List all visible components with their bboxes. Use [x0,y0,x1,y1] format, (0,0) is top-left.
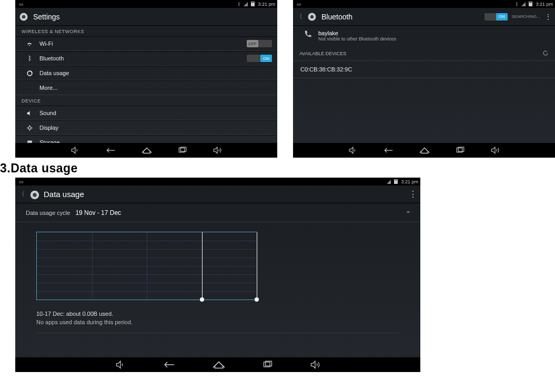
phone-icon [304,30,312,40]
svg-point-1 [22,15,26,18]
svg-rect-4 [27,140,32,141]
svg-point-16 [33,193,36,197]
status-time: 3:21 pm [401,179,418,184]
status-time: 3:21 pm [258,2,275,7]
row-display[interactable]: Display [15,120,277,135]
sound-icon [25,110,34,117]
row-label: Wi-Fi [39,40,247,47]
status-notif-icon: ▭ [297,2,301,7]
nav-bar [15,357,420,372]
nav-bar [293,143,555,158]
row-label: Display [39,125,272,131]
datausage-header: 〈 Data usage ⋮ [15,185,420,203]
bluetooth-toggle[interactable]: ON [247,55,272,62]
bluetooth-header: 〈 Bluetooth ON SEARCHING... ⋮ [293,8,555,26]
back-chevron-icon[interactable]: 〈 [18,190,25,199]
gear-icon [18,12,29,22]
nav-back[interactable] [105,147,116,154]
wifi-toggle[interactable]: OFF [247,40,272,47]
device-name: baylake [318,30,396,36]
row-label: Sound [39,110,272,116]
nav-recent[interactable] [178,147,187,154]
nav-vol-down[interactable] [115,359,126,370]
nav-vol-up[interactable] [213,146,222,155]
datausage-icon [25,70,34,77]
bluetooth-status-icon: ᛒ [516,2,518,7]
bluetooth-icon: ᛒ [25,55,34,62]
nav-recent[interactable] [263,360,273,369]
available-devices-header: AVAILABLE DEVICES [293,46,555,61]
nav-home[interactable] [141,147,153,154]
row-label: Bluetooth [39,55,247,61]
display-icon [25,125,34,131]
nav-home[interactable] [212,360,226,369]
nav-recent[interactable] [456,147,465,154]
row-datausage[interactable]: Data usage [15,66,277,80]
battery-icon [251,2,255,6]
nav-back[interactable] [383,147,393,154]
device-subtitle: Not visible to other Bluetooth devices [318,36,396,42]
overflow-menu-icon[interactable]: ⋮ [544,13,552,21]
nav-vol-up[interactable] [490,146,500,155]
gear-icon [307,12,317,22]
nav-home[interactable] [419,147,430,154]
cycle-value: 19 Nov - 17 Dec [75,209,121,216]
status-notif-icon: ▭ [19,179,24,184]
row-bluetooth[interactable]: ᛒ Bluetooth ON [15,51,277,66]
available-device-row[interactable]: C0:CB:38:CB:32:9C [293,61,555,78]
usage-summary-line1: 10-17 Dec: about 0.00B used. [15,305,420,319]
status-notif-icon: ▭ [19,2,24,7]
overflow-menu-icon[interactable]: ⋮ [409,189,417,199]
row-wifi[interactable]: Wi-Fi OFF [15,36,277,51]
page-title: Data usage [44,190,84,199]
section-heading: 3.Data usage [0,161,78,176]
bluetooth-status-icon: ᛒ [238,2,240,7]
row-label: More... [39,85,272,91]
nav-vol-up[interactable] [310,359,320,370]
settings-header: Settings [15,8,277,26]
page-title: Bluetooth [321,13,352,21]
refresh-spinner-icon [542,50,549,57]
signal-icon [387,180,391,184]
status-bar: ▭ ᛒ 3:21 pm [293,0,555,8]
svg-point-3 [28,126,31,129]
usage-summary-line2: No apps used data during this period. [15,319,420,333]
dropdown-triangle-icon [406,210,410,214]
battery-icon [394,179,398,184]
battery-icon [529,2,532,6]
nav-bar [15,143,277,158]
cycle-selector[interactable]: Data usage cycle 19 Nov - 17 Dec [15,203,420,222]
divider [36,333,399,333]
svg-point-12 [310,15,314,18]
range-handle-left[interactable] [200,297,204,302]
wifi-icon [25,40,34,47]
gear-icon [29,189,39,200]
searching-label: SEARCHING... [512,14,540,19]
row-label: Data usage [39,70,272,76]
my-device-row[interactable]: baylake Not visible to other Bluetooth d… [293,26,555,46]
usage-chart[interactable] [36,232,399,300]
bluetooth-master-toggle[interactable]: ON [485,13,508,20]
nav-back[interactable] [163,360,175,369]
back-chevron-icon[interactable]: 〈 [296,12,302,21]
range-handle-right[interactable] [255,297,259,302]
section-device: DEVICE [15,95,277,106]
row-sound[interactable]: Sound [15,106,277,120]
nav-vol-down[interactable] [348,146,358,155]
nav-vol-down[interactable] [70,146,80,155]
signal-icon [244,2,248,6]
screenshot-bluetooth: ▭ ᛒ 3:21 pm 〈 Bluetooth ON SEARCHING... … [293,0,555,158]
cycle-label: Data usage cycle [26,210,70,216]
row-more[interactable]: More... [15,80,277,95]
section-wireless: WIRELESS & NETWORKS [15,26,277,36]
screenshot-datausage: ▭ 3:21 pm 〈 Data usage ⋮ Data usage cycl… [15,178,420,372]
status-bar: ▭ ᛒ 3:21 pm [15,0,277,8]
status-time: 3:21 pm [536,2,553,7]
page-title: Settings [33,13,60,21]
signal-icon [521,2,526,6]
screenshot-settings: ▭ ᛒ 3:21 pm Settings WIRELESS & NETWORKS… [15,0,277,158]
status-bar: ▭ 3:21 pm [15,178,420,185]
